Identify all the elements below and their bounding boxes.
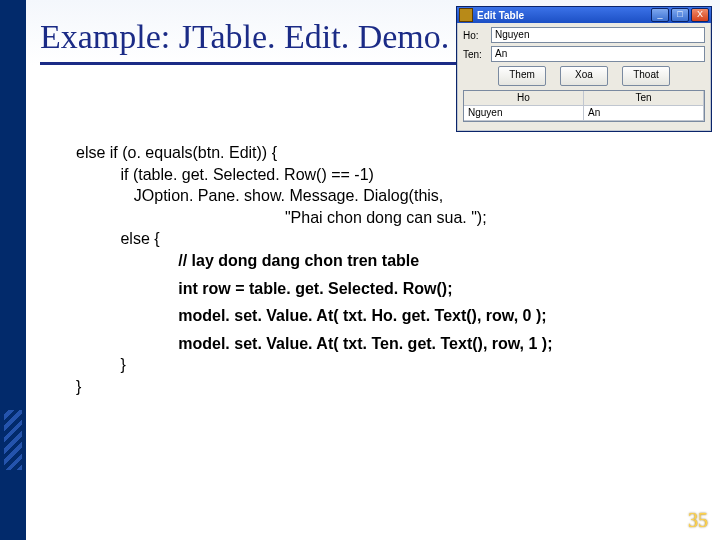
code-line: else {	[76, 228, 676, 250]
col-header-ten: Ten	[584, 91, 704, 106]
slide: Example: JTable. Edit. Demo. java Edit T…	[0, 0, 720, 540]
thoat-button[interactable]: Thoat	[622, 66, 670, 86]
col-header-ho: Ho	[464, 91, 584, 106]
code-line: }	[76, 376, 676, 398]
code-line: "Phai chon dong can sua. ");	[76, 207, 676, 229]
cell-ho: Nguyen	[464, 106, 584, 121]
slide-title: Example: JTable. Edit. Demo. java	[40, 18, 514, 56]
window-control-buttons: _ □ X	[651, 8, 709, 22]
window-titlebar: Edit Table _ □ X	[457, 7, 711, 23]
code-line: if (table. get. Selected. Row() == -1)	[76, 164, 676, 186]
row-ho: Ho: Nguyen	[463, 27, 705, 43]
table-row[interactable]: Nguyen An	[464, 106, 704, 121]
code-line: JOption. Pane. show. Message. Dialog(thi…	[76, 185, 676, 207]
button-row: Them Xoa Thoat	[463, 66, 705, 86]
input-ho[interactable]: Nguyen	[491, 27, 705, 43]
cell-ten: An	[584, 106, 704, 121]
code-line: }	[76, 354, 676, 376]
label-ten: Ten:	[463, 49, 491, 60]
them-button[interactable]: Them	[498, 66, 546, 86]
form-panel: Ho: Nguyen Ten: An Them Xoa Thoat Ho Ten…	[457, 23, 711, 126]
row-ten: Ten: An	[463, 46, 705, 62]
java-app-icon	[459, 8, 473, 22]
code-line: int row = table. get. Selected. Row();	[76, 278, 676, 300]
edit-table-window: Edit Table _ □ X Ho: Nguyen Ten: An Them…	[456, 6, 712, 132]
maximize-button[interactable]: □	[671, 8, 689, 22]
page-number: 35	[688, 509, 708, 532]
code-line: model. set. Value. At( txt. Ho. get. Tex…	[76, 305, 676, 327]
xoa-button[interactable]: Xoa	[560, 66, 608, 86]
table-header-row: Ho Ten	[464, 91, 704, 106]
code-line: model. set. Value. At( txt. Ten. get. Te…	[76, 333, 676, 355]
code-line: // lay dong dang chon tren table	[76, 250, 676, 272]
left-decorative-stripe	[0, 0, 26, 540]
data-table: Ho Ten Nguyen An	[463, 90, 705, 122]
code-block: else if (o. equals(btn. Edit)) { if (tab…	[76, 142, 676, 398]
input-ten[interactable]: An	[491, 46, 705, 62]
code-line: else if (o. equals(btn. Edit)) {	[76, 142, 676, 164]
minimize-button[interactable]: _	[651, 8, 669, 22]
close-button[interactable]: X	[691, 8, 709, 22]
label-ho: Ho:	[463, 30, 491, 41]
window-title: Edit Table	[477, 10, 651, 21]
